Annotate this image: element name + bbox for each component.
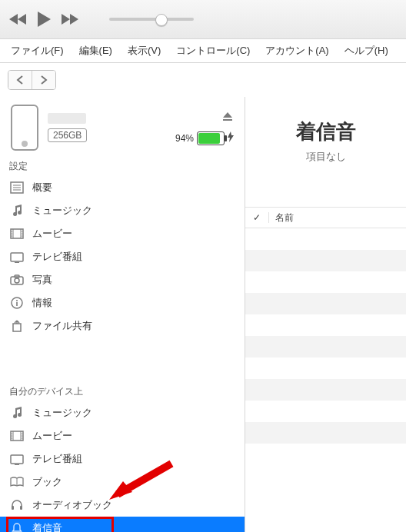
sidebar-item-label: 情報 xyxy=(32,296,52,310)
sidebar: 256GB 94% xyxy=(0,97,245,532)
svg-rect-30 xyxy=(11,455,23,464)
menu-controls[interactable]: コントロール(C) xyxy=(168,44,258,58)
next-button[interactable] xyxy=(60,12,78,26)
sidebar-item-label: ファイル共有 xyxy=(32,319,92,333)
on-device-item-2[interactable]: テレビ番組 xyxy=(0,447,245,470)
sidebar-item-label: テレビ番組 xyxy=(32,250,82,264)
svg-point-12 xyxy=(22,235,22,236)
nav-row xyxy=(0,63,406,97)
share-icon xyxy=(9,320,25,332)
nav-back-button[interactable] xyxy=(8,71,32,89)
svg-point-29 xyxy=(22,437,22,438)
device-capacity-badge: 256GB xyxy=(48,128,87,142)
content-pane: 着信音 項目なし ✓ 名前 xyxy=(245,97,406,532)
sidebar-item-label: テレビ番組 xyxy=(32,452,82,466)
music-icon xyxy=(9,407,25,419)
menu-file[interactable]: ファイル(F) xyxy=(3,44,72,58)
svg-point-19 xyxy=(16,300,18,301)
settings-item-6[interactable]: ファイル共有 xyxy=(0,314,245,337)
menu-view[interactable]: 表示(V) xyxy=(120,44,168,58)
battery-percent-label: 94% xyxy=(175,133,194,144)
headphones-icon xyxy=(9,499,25,511)
settings-item-0[interactable]: 概要 xyxy=(0,176,245,199)
svg-rect-20 xyxy=(16,302,18,306)
svg-point-25 xyxy=(12,435,12,436)
tv-icon xyxy=(9,251,25,263)
sidebar-item-label: ブック xyxy=(32,475,62,489)
sidebar-item-label: 着信音 xyxy=(32,521,62,532)
settings-item-5[interactable]: 情報 xyxy=(0,291,245,314)
sidebar-item-label: ミュージック xyxy=(32,204,92,218)
on-device-item-5[interactable]: 着信音 xyxy=(0,517,245,532)
device-header: 256GB 94% xyxy=(0,97,245,155)
device-icon xyxy=(11,105,38,151)
svg-rect-34 xyxy=(20,506,22,510)
device-name-placeholder xyxy=(48,113,86,124)
settings-item-4[interactable]: 写真 xyxy=(0,268,245,291)
svg-point-17 xyxy=(15,278,19,283)
sidebar-item-label: 写真 xyxy=(32,273,52,287)
film-icon xyxy=(9,431,25,441)
svg-point-9 xyxy=(12,235,12,236)
nav-forward-button[interactable] xyxy=(32,71,55,89)
tv-icon xyxy=(9,453,25,465)
previous-button[interactable] xyxy=(9,12,28,26)
svg-rect-21 xyxy=(11,431,23,441)
volume-slider[interactable] xyxy=(109,18,194,21)
menu-help[interactable]: ヘルプ(H) xyxy=(337,44,396,58)
sidebar-item-label: ミュージック xyxy=(32,406,92,420)
settings-item-1[interactable]: ミュージック xyxy=(0,199,245,222)
column-name[interactable]: 名前 xyxy=(269,211,294,224)
menu-bar: ファイル(F) 編集(E) 表示(V) コントロール(C) アカウント(A) ヘ… xyxy=(0,39,406,63)
content-subtitle: 項目なし xyxy=(245,150,406,164)
camera-icon xyxy=(9,274,25,285)
bell-icon xyxy=(9,522,25,532)
svg-point-11 xyxy=(22,233,22,234)
battery-icon xyxy=(197,131,225,145)
book-icon xyxy=(9,477,25,487)
sidebar-item-label: 概要 xyxy=(32,181,52,195)
on-device-item-3[interactable]: ブック xyxy=(0,470,245,494)
svg-point-28 xyxy=(22,435,22,436)
film-icon xyxy=(9,228,25,239)
menu-edit[interactable]: 編集(E) xyxy=(72,44,120,58)
svg-point-10 xyxy=(22,231,22,231)
playback-bar xyxy=(0,0,406,39)
content-title: 着信音 xyxy=(245,118,406,145)
on-device-item-1[interactable]: ムービー xyxy=(0,424,245,447)
svg-rect-33 xyxy=(12,506,14,510)
menu-account[interactable]: アカウント(A) xyxy=(258,44,336,58)
info-icon xyxy=(9,297,25,309)
section-settings-heading: 設定 xyxy=(0,155,245,176)
sidebar-item-label: ムービー xyxy=(32,227,72,241)
svg-rect-13 xyxy=(11,253,23,261)
list-icon xyxy=(9,181,25,194)
svg-point-24 xyxy=(12,433,12,434)
eject-button[interactable] xyxy=(221,111,234,125)
svg-point-27 xyxy=(22,433,22,434)
svg-point-26 xyxy=(12,437,12,438)
music-icon xyxy=(9,204,25,217)
sidebar-item-label: ムービー xyxy=(32,429,72,443)
table-body xyxy=(245,228,406,444)
settings-item-3[interactable]: テレビ番組 xyxy=(0,245,245,268)
charging-icon xyxy=(228,131,234,145)
sidebar-item-label: オーディオブック xyxy=(32,498,112,512)
play-button[interactable] xyxy=(35,11,52,28)
settings-item-2[interactable]: ムービー xyxy=(0,222,245,245)
column-check[interactable]: ✓ xyxy=(245,212,269,223)
svg-rect-4 xyxy=(11,229,23,238)
on-device-item-4[interactable]: オーディオブック xyxy=(0,494,245,517)
svg-point-7 xyxy=(12,231,12,231)
section-on-device-heading: 自分のデバイス上 xyxy=(0,381,245,401)
on-device-item-0[interactable]: ミュージック xyxy=(0,401,245,424)
table-header: ✓ 名前 xyxy=(245,207,406,228)
svg-point-8 xyxy=(12,233,12,234)
